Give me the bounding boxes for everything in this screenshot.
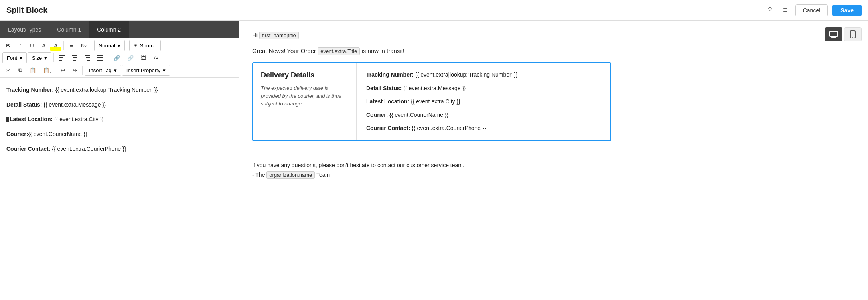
italic-button[interactable]: I <box>14 40 26 51</box>
bold-button[interactable]: B <box>2 40 14 51</box>
app-header: Split Block ? ≡ Cancel Save <box>0 0 868 21</box>
toolbar-row-3: ✂ ⧉ 📋 📋+ ↩ ↪ Insert Tag ▾ Insert Propert… <box>2 65 237 76</box>
align-right-button[interactable] <box>81 52 93 63</box>
tracking-value: {{ event.extra|lookup:'Tracking Number' … <box>415 71 518 78</box>
paste-button[interactable]: 📋 <box>26 65 39 76</box>
delivery-right-panel: Tracking Number: {{ event.extra|lookup:'… <box>357 63 610 140</box>
location-label: Latest Location: <box>366 98 409 105</box>
svg-rect-8 <box>85 55 90 56</box>
preview-footer: If you have any questions, please don't … <box>252 161 611 180</box>
delivery-description: The expected delivery date is provided b… <box>261 84 348 108</box>
svg-rect-5 <box>73 57 77 58</box>
detail-row-tracking: Tracking Number: {{ event.extra|lookup:'… <box>366 71 601 79</box>
style-select[interactable]: Normal ▾ <box>94 40 125 51</box>
svg-rect-11 <box>87 60 90 61</box>
font-select[interactable]: Font ▾ <box>2 52 27 63</box>
align-justify-button[interactable] <box>94 52 106 63</box>
menu-button[interactable]: ≡ <box>780 4 791 16</box>
source-button[interactable]: ⊞ Source <box>129 40 161 51</box>
help-button[interactable]: ? <box>765 4 775 16</box>
tabs-bar: Layout/Types Column 1 Column 2 <box>0 21 239 38</box>
separator-6 <box>55 66 55 75</box>
svg-rect-13 <box>97 57 103 58</box>
source-icon: ⊞ <box>134 43 138 48</box>
svg-rect-14 <box>97 59 103 59</box>
svg-rect-16 <box>830 31 838 36</box>
courier-label: Courier: <box>366 112 388 118</box>
size-dropdown-arrow: ▾ <box>44 55 47 61</box>
size-select[interactable]: Size ▾ <box>28 52 51 63</box>
divider <box>252 151 611 151</box>
svg-rect-2 <box>59 59 65 59</box>
greeting-tag: first_name|title <box>259 32 298 39</box>
image-button[interactable]: 🖼 <box>138 52 149 63</box>
detail-row-location: Latest Location: {{ event.extra.City }} <box>366 98 601 106</box>
svg-rect-18 <box>831 37 836 38</box>
delivery-title: Delivery Details <box>261 71 348 79</box>
left-panel: Layout/Types Column 1 Column 2 B I U A A… <box>0 21 239 300</box>
separator-5 <box>108 53 108 62</box>
organization-tag: organization.name <box>266 171 315 179</box>
unordered-list-button[interactable]: ≡ <box>66 40 77 51</box>
copy-button[interactable]: ⧉ <box>14 65 26 76</box>
delivery-left-panel: Delivery Details The expected delivery d… <box>253 63 357 140</box>
device-toggle <box>825 27 862 41</box>
svg-rect-0 <box>59 55 65 56</box>
insert-tag-button[interactable]: Insert Tag ▾ <box>85 65 121 76</box>
ordered-list-button[interactable]: № <box>78 40 90 51</box>
editor-area[interactable]: Tracking Number: {{ event.extra|lookup:'… <box>0 78 239 300</box>
underline-button[interactable]: U <box>26 40 37 51</box>
save-button[interactable]: Save <box>832 5 862 16</box>
redo-button[interactable]: ↪ <box>69 65 80 76</box>
tab-layout-types[interactable]: Layout/Types <box>0 21 49 38</box>
align-center-button[interactable] <box>69 52 81 63</box>
cut-button[interactable]: ✂ <box>2 65 14 76</box>
separator-3 <box>127 41 127 50</box>
page-title: Split Block <box>6 6 47 15</box>
editor-line-courier: Courier:{{ event.CourierName }} <box>6 130 233 138</box>
svg-rect-9 <box>86 57 90 58</box>
svg-rect-12 <box>97 55 103 56</box>
desktop-view-button[interactable] <box>825 27 842 41</box>
separator-1 <box>63 41 64 50</box>
tab-column-1[interactable]: Column 1 <box>49 21 89 38</box>
tab-column-2[interactable]: Column 2 <box>89 21 129 38</box>
toolbar-row-2: Font ▾ Size ▾ <box>2 52 237 63</box>
undo-button[interactable]: ↩ <box>57 65 68 76</box>
editor-line-contact: Courier Contact: {{ event.extra.CourierP… <box>6 145 233 153</box>
status-value: {{ event.extra.Message }} <box>403 85 466 91</box>
font-color-button[interactable]: A <box>38 40 49 51</box>
detail-row-courier: Courier: {{ event.CourierName }} <box>366 111 601 119</box>
align-left-button[interactable] <box>56 52 68 63</box>
svg-point-20 <box>852 37 853 38</box>
unlink-button[interactable]: 🔗 <box>124 52 137 63</box>
detail-row-contact: Courier Contact: {{ event.extra.CourierP… <box>366 124 601 132</box>
preview-order-line: Great News! Your Order event.extra.Title… <box>252 46 611 56</box>
paste-special-button[interactable]: 📋+ <box>40 65 53 76</box>
toolbar: B I U A A ≡ № Normal ▾ ⊞ Source <box>0 38 239 78</box>
svg-rect-10 <box>85 59 90 59</box>
insert-property-arrow: ▾ <box>163 67 166 73</box>
svg-rect-3 <box>59 60 62 61</box>
svg-rect-6 <box>72 59 77 59</box>
separator-2 <box>92 41 92 50</box>
contact-value: {{ event.extra.CourierPhone }} <box>412 125 486 131</box>
bg-color-button[interactable]: A <box>50 40 61 51</box>
footer-line-1: If you have any questions, please don't … <box>252 161 611 170</box>
font-dropdown-arrow: ▾ <box>20 55 22 61</box>
order-tag: event.extra.Title <box>318 47 360 55</box>
tracking-label: Tracking Number: <box>366 71 414 78</box>
delivery-details-box: Delivery Details The expected delivery d… <box>252 62 611 141</box>
separator-4 <box>53 53 54 62</box>
contact-label: Courier Contact: <box>366 125 410 131</box>
mobile-view-button[interactable] <box>844 27 862 41</box>
preview-content: Hi first_name|title Great News! Your Ord… <box>252 30 611 180</box>
cancel-button[interactable]: Cancel <box>795 4 828 16</box>
clear-format-button[interactable]: Tx <box>150 52 161 63</box>
link-button[interactable]: 🔗 <box>110 52 123 63</box>
detail-row-status: Detail Status: {{ event.extra.Message }} <box>366 85 601 93</box>
insert-property-button[interactable]: Insert Property ▾ <box>122 65 170 76</box>
right-panel: Hi first_name|title Great News! Your Ord… <box>239 21 868 300</box>
location-value: {{ event.extra.City }} <box>411 98 460 105</box>
svg-rect-17 <box>832 36 835 37</box>
